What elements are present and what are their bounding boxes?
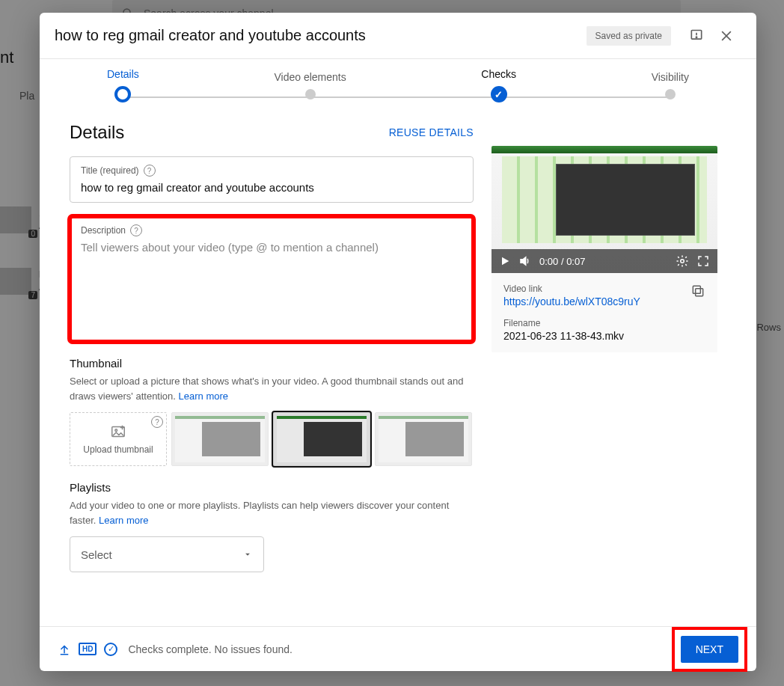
description-input[interactable] [81, 241, 462, 331]
description-field[interactable]: Description ? [70, 216, 474, 342]
fullscreen-icon[interactable] [696, 254, 710, 268]
stepper: Details Video elements Checks Visibility [40, 59, 756, 111]
video-time: 0:00 / 0:07 [539, 256, 585, 267]
hd-badge: HD [79, 643, 97, 655]
video-controls: 0:00 / 0:07 [491, 249, 717, 273]
svg-rect-13 [693, 286, 700, 293]
dialog-footer: HD ✓ Checks complete. No issues found. N… [40, 626, 756, 671]
check-circle-icon: ✓ [104, 643, 117, 656]
stepper-line [129, 97, 667, 98]
help-icon[interactable]: ? [144, 165, 156, 177]
thumbnail-option-2[interactable] [273, 412, 370, 466]
filename-label: Filename [503, 318, 705, 328]
filename-value: 2021-06-23 11-38-43.mkv [503, 330, 705, 342]
settings-icon[interactable] [676, 254, 689, 268]
learn-more-link[interactable]: Learn more [179, 391, 228, 402]
help-icon[interactable]: ? [151, 416, 163, 428]
dialog-title: how to reg gmail creator and youtube acc… [55, 27, 587, 44]
saved-status-badge: Saved as private [587, 26, 671, 46]
play-icon[interactable] [499, 255, 511, 267]
learn-more-link[interactable]: Learn more [99, 515, 148, 526]
title-field[interactable]: Title (required) ? [70, 156, 474, 203]
step-dot-icon [665, 89, 676, 99]
volume-icon[interactable] [518, 254, 532, 268]
step-checks[interactable]: Checks [481, 68, 516, 102]
video-link-label: Video link [503, 284, 705, 294]
next-button-highlight: NEXT [672, 627, 747, 672]
playlists-desc: Add your video to one or more playlists.… [70, 498, 474, 527]
copy-icon[interactable] [690, 284, 705, 298]
playlists-heading: Playlists [70, 481, 474, 494]
step-video-elements[interactable]: Video elements [274, 71, 346, 99]
upload-thumbnail-button[interactable]: ? Upload thumbnail [70, 412, 167, 466]
dialog-content: Details REUSE DETAILS Title (required) ?… [40, 111, 756, 626]
footer-status-text: Checks complete. No issues found. [128, 643, 661, 655]
close-icon[interactable] [711, 21, 741, 51]
step-dot-icon [114, 86, 131, 102]
upload-dialog: how to reg gmail creator and youtube acc… [40, 13, 756, 671]
title-field-label: Title (required) ? [81, 165, 462, 177]
step-dot-icon [491, 86, 507, 102]
dialog-header: how to reg gmail creator and youtube acc… [40, 13, 756, 59]
chevron-down-icon [242, 549, 253, 560]
step-details[interactable]: Details [107, 68, 139, 102]
step-visibility[interactable]: Visibility [652, 71, 689, 99]
help-icon[interactable]: ? [130, 224, 142, 236]
video-player[interactable]: 0:00 / 0:07 [491, 146, 717, 273]
thumbnail-option-3[interactable] [375, 412, 472, 466]
video-link[interactable]: https://youtu.be/wlXT08c9ruY [503, 295, 705, 307]
step-dot-icon [305, 89, 316, 99]
section-heading-details: Details [70, 122, 124, 143]
thumbnail-section: Thumbnail Select or upload a picture tha… [70, 357, 474, 466]
description-field-label: Description ? [81, 224, 462, 236]
svg-point-8 [115, 429, 117, 432]
svg-point-11 [681, 260, 685, 263]
thumbnail-heading: Thumbnail [70, 357, 474, 370]
feedback-icon[interactable] [682, 21, 711, 51]
video-preview-panel: 0:00 / 0:07 Video link https://youtu.be/… [491, 146, 717, 352]
next-button[interactable]: NEXT [681, 636, 738, 663]
playlist-select[interactable]: Select [70, 536, 264, 572]
image-add-icon [110, 423, 126, 440]
playlists-section: Playlists Add your video to one or more … [70, 481, 474, 572]
thumbnail-desc: Select or upload a picture that shows wh… [70, 374, 474, 403]
svg-point-4 [696, 37, 696, 37]
svg-rect-12 [696, 289, 703, 296]
reuse-details-button[interactable]: REUSE DETAILS [389, 126, 474, 138]
title-input[interactable] [81, 181, 462, 194]
upload-arrow-icon [58, 643, 71, 656]
thumbnail-option-1[interactable] [171, 412, 269, 466]
